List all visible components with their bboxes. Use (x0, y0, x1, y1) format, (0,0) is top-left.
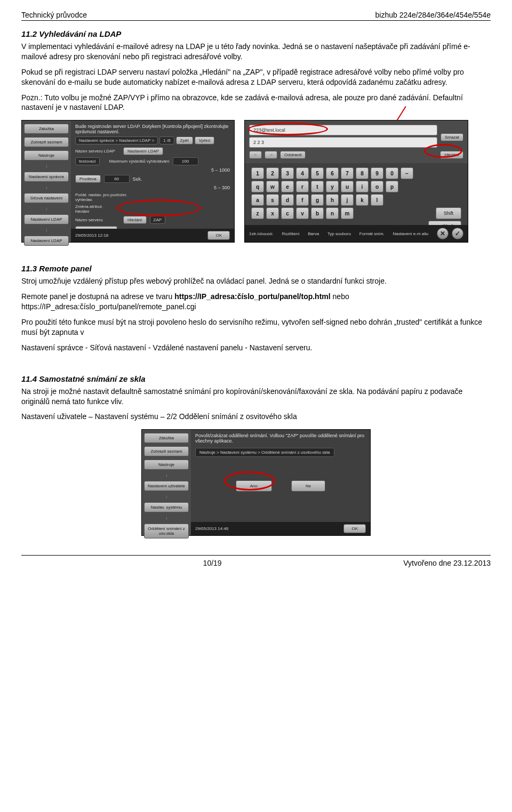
kb-key[interactable]: o (371, 181, 383, 192)
kb-key[interactable]: v (296, 207, 309, 219)
shift-key[interactable]: Shift (436, 207, 461, 219)
kb-key[interactable]: 4 (296, 167, 309, 179)
sidebar-btn[interactable]: Nastavení LDAP (24, 236, 69, 246)
panel-sidebar: Záložka Zobrazit seznam Nástroje ↓ Nasta… (22, 120, 71, 242)
panel-title: Povolit/zakázat oddělené snímání. Volbou… (195, 433, 366, 444)
cancel-circle-button[interactable]: ✕ (437, 228, 449, 239)
kb-key[interactable]: a (251, 194, 264, 206)
chevron-down-icon: ↓ (24, 206, 69, 211)
kb-key[interactable]: l (371, 194, 383, 206)
footer-item[interactable]: 1str./obousír. (249, 231, 274, 236)
kb-key[interactable]: 3 (281, 167, 294, 179)
kb-key[interactable]: r (296, 181, 309, 192)
sidebar-btn[interactable]: Záložka (24, 124, 69, 134)
section-11-4-heading: 11.4 Samostatné snímání ze skla (21, 374, 491, 383)
forward-button[interactable]: Vpřed (195, 136, 214, 144)
prodleva-range: 5 – 300 (214, 185, 230, 190)
arrow-left-button[interactable]: ← (249, 151, 262, 159)
page-footer: 10/19 Vytvořeno dne 23.12.2013 (21, 555, 491, 567)
chevron-down-icon: ↓ (24, 185, 69, 190)
sidebar-btn[interactable]: Nástroje (24, 150, 69, 160)
kb-key[interactable]: d (281, 194, 294, 206)
kb-key[interactable]: c (281, 207, 294, 219)
kb-key[interactable]: x (266, 207, 279, 219)
max-value: 100 (173, 157, 198, 165)
sec-11-2-p2: Pokud se při registraci LDAP serveru nas… (21, 67, 491, 87)
kb-key[interactable]: 1 (251, 167, 264, 179)
kb-key[interactable]: b (311, 207, 324, 219)
sidebar-btn[interactable]: Nastavení LDAP (24, 214, 69, 224)
p2a: Remote panel je dostupná na adrese ve tv… (21, 292, 174, 301)
footer-item[interactable]: Typ souboru (327, 231, 351, 236)
sidebar-btn[interactable]: Nastavení uživatele (144, 481, 189, 491)
kb-key[interactable]: u (341, 181, 354, 192)
kb-key[interactable]: e (281, 181, 294, 192)
back-button[interactable]: Zpět (176, 136, 193, 144)
kb-key[interactable]: 7 (341, 167, 354, 179)
footer-item[interactable]: Nastavení e-m ailu (393, 231, 429, 236)
ldap-name-button[interactable]: Nastavení LDAP (123, 147, 163, 155)
ne-button[interactable]: Ne (291, 480, 325, 492)
kb-key[interactable]: j (341, 194, 354, 206)
kb-key[interactable]: 2 (266, 167, 279, 179)
kb-key[interactable]: t (311, 181, 324, 192)
sec-11-3-p2: Remote panel je dostupná na adrese ve tv… (21, 292, 491, 312)
ok-button[interactable]: OK (343, 524, 366, 533)
kb-key[interactable]: h (326, 194, 339, 206)
prodleva-btn[interactable]: Prodleva (75, 175, 101, 183)
ok-button[interactable]: OK (207, 231, 230, 240)
max-range: 5 – 1000 (211, 167, 230, 173)
kb-key[interactable]: w (266, 181, 279, 192)
confirm-circle-button[interactable]: ✓ (452, 228, 463, 239)
sidebar-btn[interactable]: Zobrazit seznam (24, 137, 69, 147)
testovaci-btn[interactable]: testovaci (75, 157, 100, 165)
section-11-3-heading: 11.3 Remote panel (21, 264, 491, 273)
ano-button[interactable]: Ano (236, 480, 272, 492)
sec-11-3-p4: Nastavení správce - Síťová nastavení - V… (21, 343, 491, 353)
smazat-button[interactable]: Smazat (441, 133, 463, 141)
sidebar-btn[interactable]: Nastav. systému (144, 502, 189, 512)
sidebar-btn[interactable]: Záložka (144, 433, 189, 443)
kb-key[interactable]: m (341, 207, 354, 219)
panel-main: Bude registrován server LDAP. Dotykem [K… (71, 120, 234, 242)
footer-item[interactable]: Barva (308, 231, 319, 236)
odstranit-button[interactable]: Odstranit (280, 151, 306, 159)
email-input[interactable]: 2 2 3 (249, 137, 437, 148)
kb-key[interactable]: p (386, 181, 398, 192)
sidebar-btn[interactable]: Síťová nastavení (24, 193, 69, 203)
kb-key[interactable]: y (326, 181, 339, 192)
kb-key[interactable]: z (251, 207, 264, 219)
footer-date: Vytvořeno dne 23.12.2013 (403, 559, 491, 567)
page-header: Technický průvodce bizhub 224e/284e/364e… (21, 11, 491, 21)
footer-item[interactable]: Formát sním. (359, 231, 385, 236)
kb-key[interactable]: f (296, 194, 309, 206)
kb-key[interactable]: 5 (311, 167, 324, 179)
kb-key[interactable]: g (311, 194, 324, 206)
sidebar-btn[interactable]: Nastavení správce (24, 172, 69, 182)
kb-key[interactable]: 0 (386, 167, 398, 179)
page-number: 10/19 (203, 559, 222, 567)
kb-key[interactable]: 8 (356, 167, 369, 179)
kb-key[interactable]: s (266, 194, 279, 206)
arrow-right-button[interactable]: → (265, 151, 277, 159)
kb-key[interactable]: n (326, 207, 339, 219)
sec-11-4-p1: Na stroji je možné nastavit defaultně sa… (21, 387, 491, 407)
kb-key[interactable]: k (356, 194, 369, 206)
kb-key[interactable]: 9 (371, 167, 383, 179)
kb-key[interactable]: q (251, 181, 264, 192)
sidebar-btn[interactable]: Nástroje (144, 460, 189, 470)
footer-item[interactable]: Rozlišení (282, 231, 300, 236)
screenshots-row-1: Záložka Zobrazit seznam Nástroje ↓ Nasta… (21, 120, 491, 243)
sidebar-btn[interactable]: Oddělení snímání z osv.skla (144, 524, 189, 538)
hledani-button[interactable]: Hledání (440, 151, 463, 159)
p2b: https://IP_adresa:číslo_portu/panel/top.… (174, 292, 330, 301)
hledani-btn[interactable]: Hledání (123, 216, 147, 224)
kb-key[interactable]: − (401, 167, 413, 179)
panel-sidebar: Záložka Zobrazit seznam Nástroje ↓ Nasta… (142, 430, 191, 535)
zap-btn[interactable]: ZAP (150, 216, 166, 224)
footer-time: 29/05/2013 12:18 (75, 233, 108, 238)
pocat-label: Počát. nastav. pro podrobn. vyhledav. (75, 192, 139, 202)
sidebar-btn[interactable]: Zobrazit seznam (144, 446, 189, 456)
kb-key[interactable]: 6 (326, 167, 339, 179)
kb-key[interactable]: i (356, 181, 369, 192)
